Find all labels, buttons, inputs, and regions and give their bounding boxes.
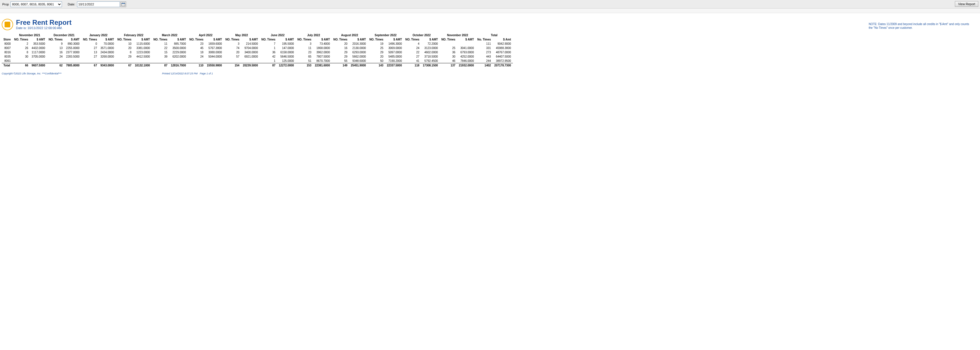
amt-cell: 6202.0000 <box>169 54 188 59</box>
amt-cell: 3381.0000 <box>133 46 152 50</box>
amt-cell: 2130.0000 <box>349 46 368 50</box>
amt-cell <box>64 59 81 63</box>
no-times-cell: 51 <box>296 59 313 63</box>
report-title: Free Rent Report <box>16 19 72 26</box>
no-times-cell: 20 <box>332 42 349 46</box>
no-times-cell: 9 <box>47 42 64 46</box>
amt-cell: 1117.0000 <box>30 50 47 54</box>
month-header: February 2022 <box>116 33 151 37</box>
amt-cell: 48767.0000 <box>493 50 512 54</box>
amt-cell: 6158.0000 <box>277 50 296 54</box>
no-times-cell: 30 <box>439 54 457 59</box>
no-times-cell: 18 <box>188 50 205 54</box>
no-times-cell: 20 <box>116 46 133 50</box>
amt-header: $ AMT <box>241 37 260 42</box>
total-no-times: 62 <box>47 63 64 68</box>
amt-cell: 8670.7000 <box>313 59 332 63</box>
total-amt: 9607.5000 <box>30 63 47 68</box>
amt-cell: 6293.0000 <box>349 50 368 54</box>
report-body: Free Rent Report Date is: 10/11/2022 12:… <box>0 16 980 84</box>
amt-cell: 1223.0000 <box>133 50 152 54</box>
amt-cell: 64407.5000 <box>493 54 512 59</box>
report-header: Free Rent Report Date is: 10/11/2022 12:… <box>2 19 978 30</box>
amt-cell: 2255.0000 <box>64 46 81 50</box>
no-times-cell: 27 <box>404 54 421 59</box>
report-table: November 2021December 2021January 2022Fe… <box>2 33 513 68</box>
amt-cell: 2283.5000 <box>64 54 81 59</box>
report-toolbar <box>0 8 980 13</box>
no-times-cell: 23 <box>296 50 313 54</box>
amt-cell: 70.0000 <box>99 42 116 46</box>
amt-header: $ AMT <box>99 37 116 42</box>
amt-cell: 3080.0000 <box>205 50 224 54</box>
amt-cell: 5792.4500 <box>421 59 440 63</box>
amt-cell: 7190.2000 <box>385 59 404 63</box>
total-no-times: 143 <box>368 63 385 68</box>
amt-cell: 195.5000 <box>277 42 296 46</box>
amt-cell <box>205 59 224 63</box>
total-amt: 17308.1500 <box>421 63 440 68</box>
amt-header: $ AMT <box>205 37 224 42</box>
amt-cell <box>241 59 260 63</box>
total-amt: 7805.8000 <box>64 63 81 68</box>
amt-cell <box>30 59 47 63</box>
no-times-cell <box>13 59 30 63</box>
amt-header: $ AMT <box>349 37 368 42</box>
no-times-cell: 11 <box>151 42 169 46</box>
amt-cell: 5097.0000 <box>385 50 404 54</box>
splitter <box>0 13 980 16</box>
amt-cell: 214.5000 <box>241 42 260 46</box>
no-times-header: NO. Times <box>151 37 169 42</box>
no-times-cell <box>47 59 64 63</box>
prop-select[interactable]: 8000, 8007, 8016, 8035, 8061 <box>11 2 62 7</box>
no-times-header: NO. Times <box>260 37 277 42</box>
copyright: Copyright ©2022 Life Storage, Inc. ***Co… <box>2 72 61 75</box>
no-times-header: NO. Times <box>13 37 30 42</box>
amt-cell: 890.3000 <box>64 42 81 46</box>
no-times-cell: 8 <box>116 50 133 54</box>
amt-header: $ AMT <box>385 37 404 42</box>
no-times-cell: 19 <box>368 42 385 46</box>
no-times-cell: 273 <box>476 50 493 54</box>
no-times-header: NO. Times <box>332 37 349 42</box>
amt-cell: 125.0000 <box>277 59 296 63</box>
amt-cell: 38972.9500 <box>493 59 512 63</box>
no-times-cell: 30 <box>13 54 30 59</box>
amt-cell: 3069.0000 <box>385 46 404 50</box>
no-times-cell: 20 <box>368 54 385 59</box>
no-times-cell: 27 <box>81 54 99 59</box>
amt-cell: 3500.0000 <box>169 46 188 50</box>
printed-info: Printed 12/14/2022 8:07:23 PM Page 1 of … <box>162 72 213 75</box>
total-no-times: 154 <box>224 63 241 68</box>
date-input[interactable] <box>77 2 120 7</box>
month-header: November 2021 <box>13 33 47 37</box>
amt-cell: 9348.6000 <box>349 59 368 63</box>
no-times-header: NO. Times <box>439 37 457 42</box>
header-note: NOTE: Dates 11/2009 and beyond include a… <box>869 22 971 30</box>
amt-header: $ AMT <box>421 37 440 42</box>
no-times-cell: 1 <box>260 59 277 63</box>
no-times-cell: 443 <box>476 54 493 59</box>
total-no-times: 110 <box>188 63 205 68</box>
no-times-cell: 20 <box>224 50 241 54</box>
amt-cell: 3400.0000 <box>241 50 260 54</box>
prop-label: Prop <box>2 3 9 6</box>
calendar-icon[interactable] <box>121 2 126 7</box>
amt-cell: 2229.0000 <box>169 50 188 54</box>
total-no-times: 87 <box>151 63 169 68</box>
view-report-button[interactable]: View Report <box>955 1 978 7</box>
report-subtitle: Date is: 10/11/2022 12:00:00 AM. <box>16 26 72 30</box>
total-amt: 207178.7300 <box>493 63 512 68</box>
total-no-times: 1402 <box>476 63 493 68</box>
total-no-times: 66 <box>13 63 30 68</box>
total-no-times: 137 <box>439 63 457 68</box>
no-times-cell: 39 <box>151 54 169 59</box>
amt-cell: 5646.5000 <box>277 54 296 59</box>
total-no-times: 67 <box>81 63 99 68</box>
amt-cell: 4602.0000 <box>421 50 440 54</box>
table-row: 8035303705.0000242283.5000273268.0000294… <box>2 54 513 59</box>
no-times-cell: 8 <box>13 50 30 54</box>
store-cell: 8016 <box>2 50 13 54</box>
month-header: June 2022 <box>260 33 296 37</box>
no-times-cell: 13 <box>81 50 99 54</box>
